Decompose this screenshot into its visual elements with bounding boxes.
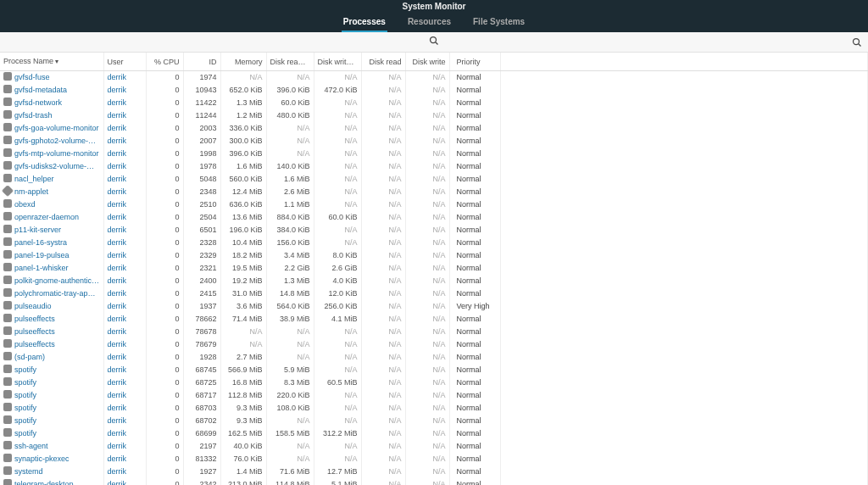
cell-disk-read: N/A: [361, 224, 405, 237]
cell-disk-write: N/A: [405, 326, 449, 338]
col-header-name[interactable]: Process Name: [0, 53, 103, 71]
table-row[interactable]: gvfsd-fusederrik01974N/AN/AN/AN/AN/ANorm…: [0, 71, 868, 85]
cell-disk-write-total: N/A: [314, 389, 361, 402]
col-header-user[interactable]: User: [103, 53, 146, 71]
cell-id: 68745: [183, 364, 220, 376]
cell-id: 6501: [183, 224, 220, 237]
cell-disk-read-total: 108.0 KiB: [266, 402, 314, 415]
col-header-mem[interactable]: Memory: [220, 53, 266, 71]
table-row[interactable]: pulseeffectsderrik07866271.4 MiB38.9 MiB…: [0, 313, 868, 326]
col-header-id[interactable]: ID: [183, 53, 220, 71]
table-row[interactable]: ssh-agentderrik0219740.0 KiBN/AN/AN/AN/A…: [0, 440, 868, 453]
table-row[interactable]: synaptic-pkexecderrik08133276.0 KiBN/AN/…: [0, 453, 868, 465]
table-row[interactable]: polkit-gnome-authentication-agent-1derri…: [0, 275, 868, 287]
cell-memory: 9.3 MiB: [220, 402, 266, 415]
cell-disk-read: N/A: [361, 122, 405, 135]
cell-id: 1928: [183, 351, 220, 364]
cell-user: derrik: [103, 326, 146, 338]
table-row[interactable]: gvfs-udisks2-volume-monitorderrik019781.…: [0, 160, 868, 173]
cell-cpu: 0: [146, 364, 183, 376]
cell-cpu: 0: [146, 376, 183, 389]
cell-cpu: 0: [146, 122, 183, 135]
cell-disk-write: N/A: [405, 135, 449, 148]
table-row[interactable]: gvfsd-trashderrik0112441.2 MiB480.0 KiBN…: [0, 109, 868, 122]
cell-user: derrik: [103, 440, 146, 453]
cell-id: 78679: [183, 338, 220, 351]
cell-id: 11244: [183, 109, 220, 122]
table-row[interactable]: obexdderrik02510636.0 KiB1.1 MiBN/AN/AN/…: [0, 198, 868, 211]
table-row[interactable]: spotifyderrik0687029.3 MiBN/AN/AN/AN/ANo…: [0, 415, 868, 427]
process-table-wrap[interactable]: Process NameUser% CPUIDMemoryDisk read t…: [0, 53, 868, 485]
cell-id: 2348: [183, 186, 220, 198]
window-titlebar: System Monitor: [0, 0, 868, 14]
search-bar[interactable]: [0, 32, 868, 53]
table-row[interactable]: (sd-pam)derrik019282.7 MiBN/AN/AN/AN/ANo…: [0, 351, 868, 364]
cell-priority: Normal: [449, 262, 500, 275]
process-icon: [3, 276, 12, 284]
table-row[interactable]: telegram-desktopderrik02342213.0 MiB114.…: [0, 478, 868, 485]
cell-process-name: spotify: [0, 402, 103, 415]
process-icon: [3, 479, 12, 485]
cell-disk-read: N/A: [361, 415, 405, 427]
cell-disk-read-total: 2.2 GiB: [266, 262, 314, 275]
table-row[interactable]: spotifyderrik0687039.3 MiB108.0 KiBN/AN/…: [0, 402, 868, 415]
table-row[interactable]: spotifyderrik06872516.8 MiB8.3 MiB60.5 M…: [0, 376, 868, 389]
table-row[interactable]: spotifyderrik068745566.9 MiB5.9 MiBN/AN/…: [0, 364, 868, 376]
cell-disk-write: N/A: [405, 237, 449, 249]
search-toggle-button[interactable]: [849, 35, 865, 50]
cell-memory: 3.6 MiB: [220, 300, 266, 313]
table-row[interactable]: gvfsd-networkderrik0114221.3 MiB60.0 KiB…: [0, 97, 868, 109]
cell-process-name: spotify: [0, 427, 103, 440]
process-icon: [3, 123, 12, 131]
cell-disk-write-total: 312.2 MiB: [314, 427, 361, 440]
table-row[interactable]: polychromatic-tray-appletderrik0241531.0…: [0, 287, 868, 300]
cell-cpu: 0: [146, 249, 183, 262]
col-header-wrt[interactable]: Disk write total: [314, 53, 361, 71]
col-header-cpu[interactable]: % CPU: [146, 53, 183, 71]
col-header-rd[interactable]: Disk read: [361, 53, 405, 71]
table-row[interactable]: openrazer-daemonderrik0250413.6 MiB884.0…: [0, 211, 868, 224]
cell-cpu: 0: [146, 326, 183, 338]
cell-disk-write: N/A: [405, 389, 449, 402]
cell-process-name: panel-19-pulsea: [0, 249, 103, 262]
table-row[interactable]: systemdderrik019271.4 MiB71.6 MiB12.7 Mi…: [0, 465, 868, 478]
table-row[interactable]: panel-1-whiskerderrik0232119.5 MiB2.2 Gi…: [0, 262, 868, 275]
cell-disk-write: N/A: [405, 376, 449, 389]
table-row[interactable]: pulseeffectsderrik078679N/AN/AN/AN/AN/AN…: [0, 338, 868, 351]
cell-disk-write: N/A: [405, 364, 449, 376]
table-row[interactable]: spotifyderrik068717112.8 MiB220.0 KiBN/A…: [0, 389, 868, 402]
cell-disk-read-total: N/A: [266, 122, 314, 135]
table-row[interactable]: pulseeffectsderrik078678N/AN/AN/AN/AN/AN…: [0, 326, 868, 338]
table-row[interactable]: pulseaudioderrik019373.6 MiB564.0 KiB256…: [0, 300, 868, 313]
col-header-rdt[interactable]: Disk read total: [266, 53, 314, 71]
table-row[interactable]: panel-16-systraderrik0232810.4 MiB156.0 …: [0, 237, 868, 249]
cell-priority: Normal: [449, 224, 500, 237]
tab-processes[interactable]: Processes: [342, 14, 387, 32]
table-row[interactable]: gvfs-mtp-volume-monitorderrik01998396.0 …: [0, 148, 868, 160]
table-row[interactable]: spotifyderrik068699162.5 MiB158.5 MiB312…: [0, 427, 868, 440]
col-header-wr[interactable]: Disk write: [405, 53, 449, 71]
tab-file-systems[interactable]: File Systems: [471, 14, 526, 32]
tab-resources[interactable]: Resources: [406, 14, 453, 32]
table-row[interactable]: gvfsd-metadataderrik010943652.0 KiB396.0…: [0, 84, 868, 97]
cell-priority: Normal: [449, 122, 500, 135]
cell-memory: 300.0 KiB: [220, 135, 266, 148]
table-row[interactable]: gvfs-goa-volume-monitorderrik02003336.0 …: [0, 122, 868, 135]
cell-process-name: gvfsd-network: [0, 97, 103, 109]
table-row[interactable]: gvfs-gphoto2-volume-monitorderrik0200730…: [0, 135, 868, 148]
cell-cpu: 0: [146, 453, 183, 465]
table-row[interactable]: p11-kit-serverderrik06501196.0 KiB384.0 …: [0, 224, 868, 237]
table-row[interactable]: nm-appletderrik0234812.4 MiB2.6 MiBN/AN/…: [0, 186, 868, 198]
cell-user: derrik: [103, 160, 146, 173]
table-row[interactable]: nacl_helperderrik05048560.0 KiB1.6 MiBN/…: [0, 173, 868, 186]
cell-memory: 396.0 KiB: [220, 148, 266, 160]
cell-disk-read-total: 158.5 MiB: [266, 427, 314, 440]
cell-id: 2400: [183, 275, 220, 287]
cell-priority: Normal: [449, 313, 500, 326]
cell-memory: 162.5 MiB: [220, 427, 266, 440]
cell-disk-read: N/A: [361, 389, 405, 402]
cell-disk-write-total: N/A: [314, 224, 361, 237]
table-row[interactable]: panel-19-pulseaderrik0232918.2 MiB3.4 Mi…: [0, 249, 868, 262]
col-header-prio[interactable]: Priority: [449, 53, 500, 71]
cell-priority: Normal: [449, 326, 500, 338]
